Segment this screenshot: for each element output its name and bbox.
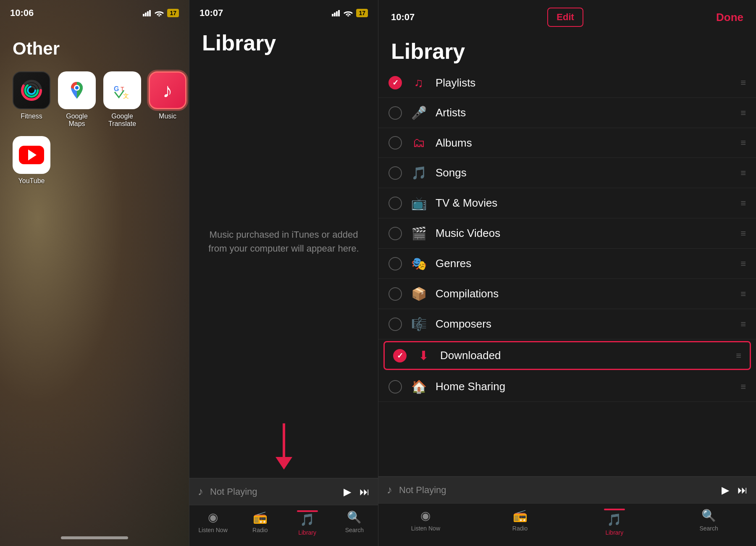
artists-checkbox[interactable] [388, 106, 402, 120]
fitness-app-icon[interactable] [13, 71, 50, 109]
home-status-icons: 17 [143, 9, 179, 17]
battery-icon-mid: 17 [356, 9, 368, 17]
downloaded-checkbox[interactable] [393, 349, 407, 362]
np-text-edit: Not Playing [399, 485, 715, 496]
library-item-songs[interactable]: 🎵 Songs ≡ [378, 158, 756, 188]
tab-library-edit[interactable]: 🎵 Library [567, 509, 662, 536]
app-item-fitness[interactable]: Fitness [13, 71, 50, 128]
library-item-downloaded[interactable]: ⬇ Downloaded ≡ [383, 341, 751, 370]
np-music-icon-mid: ♪ [198, 485, 203, 498]
edit-tab-bar: ◉ Listen Now 📻 Radio 🎵 Library 🔍 Search [378, 503, 756, 546]
home-status-bar: 10:06 17 [0, 0, 189, 22]
library-item-artists[interactable]: 🎤 Artists ≡ [378, 98, 756, 128]
playlists-drag-handle[interactable]: ≡ [740, 77, 746, 88]
library-icon-edit: 🎵 [607, 513, 622, 527]
music-videos-icon: 🎬 [410, 226, 427, 241]
music-videos-checkbox[interactable] [388, 227, 402, 240]
folder-label: Other [13, 39, 176, 59]
albums-drag-handle[interactable]: ≡ [740, 137, 746, 148]
music-app-label: Music [159, 113, 176, 120]
youtube-app-icon[interactable] [13, 136, 50, 174]
music-videos-drag-handle[interactable]: ≡ [740, 228, 746, 239]
library-item-music-videos[interactable]: 🎬 Music Videos ≡ [378, 218, 756, 249]
svg-rect-19 [338, 10, 340, 16]
songs-checkbox[interactable] [388, 166, 402, 180]
composers-drag-handle[interactable]: ≡ [740, 319, 746, 330]
library-item-tv-movies[interactable]: 📺 TV & Movies ≡ [378, 188, 756, 218]
library-middle-now-playing[interactable]: ♪ Not Playing ▶ ⏭ [189, 478, 378, 505]
app-item-music[interactable]: ♪ Music [149, 71, 186, 128]
gmaps-app-icon[interactable] [58, 71, 96, 109]
songs-icon: 🎵 [410, 165, 427, 180]
play-button-edit[interactable]: ▶ [722, 484, 729, 496]
genres-label: Genres [436, 257, 732, 270]
artists-label: Artists [436, 106, 732, 119]
tab-search-mid[interactable]: 🔍 Search [331, 510, 378, 536]
composers-icon: 🎼 [410, 317, 427, 331]
youtube-app-label: YouTube [18, 177, 45, 185]
composers-checkbox[interactable] [388, 318, 402, 331]
library-middle-panel: 10:07 17 Library Music purchased in iTun… [189, 0, 378, 546]
genres-drag-handle[interactable]: ≡ [740, 258, 746, 269]
forward-button-mid[interactable]: ⏭ [360, 486, 370, 498]
library-item-composers[interactable]: 🎼 Composers ≡ [378, 309, 756, 339]
edit-now-playing-bar[interactable]: ♪ Not Playing ▶ ⏭ [378, 476, 756, 503]
gtranslate-app-label: Google Translate [103, 113, 141, 128]
compilations-drag-handle[interactable]: ≡ [740, 289, 746, 299]
fitness-app-label: Fitness [21, 113, 42, 120]
home-sharing-drag-handle[interactable]: ≡ [740, 381, 746, 392]
search-icon-edit: 🔍 [701, 509, 716, 522]
app-item-youtube[interactable]: YouTube [13, 136, 50, 185]
library-middle-time: 10:07 [200, 8, 223, 18]
library-item-genres[interactable]: 🎭 Genres ≡ [378, 249, 756, 279]
downloaded-label: Downloaded [440, 349, 727, 362]
tv-movies-drag-handle[interactable]: ≡ [740, 198, 746, 209]
library-edit-list: ♫ Playlists ≡ 🎤 Artists ≡ 🗂 Albums ≡ 🎵 S… [378, 68, 756, 476]
gtranslate-icon: G T 文 [110, 79, 134, 102]
tab-search-edit[interactable]: 🔍 Search [662, 509, 756, 536]
edit-button[interactable]: Edit [547, 8, 583, 27]
songs-drag-handle[interactable]: ≡ [740, 168, 746, 178]
home-sharing-checkbox[interactable] [388, 380, 402, 394]
tab-radio-edit[interactable]: 📻 Radio [473, 509, 567, 536]
done-button[interactable]: Done [716, 11, 743, 24]
tv-movies-checkbox[interactable] [388, 197, 402, 210]
wifi-icon [155, 10, 164, 16]
tab-listen-now-edit[interactable]: ◉ Listen Now [378, 509, 473, 536]
radio-icon-edit: 📻 [513, 509, 528, 522]
svg-rect-0 [143, 14, 144, 16]
music-app-icon[interactable]: ♪ [149, 71, 186, 109]
app-grid: Fitness Google Maps [13, 71, 176, 185]
library-item-compilations[interactable]: 📦 Compilations ≡ [378, 279, 756, 309]
home-content: Other Fitness [0, 22, 189, 185]
tab-library-mid[interactable]: 🎵 Library [284, 510, 331, 536]
compilations-checkbox[interactable] [388, 287, 402, 301]
listen-now-icon-mid: ◉ [208, 510, 218, 524]
downloaded-drag-handle[interactable]: ≡ [736, 350, 741, 361]
playlists-checkbox[interactable] [388, 76, 402, 89]
np-music-icon-edit: ♪ [387, 483, 392, 496]
svg-rect-17 [334, 13, 336, 16]
artists-drag-handle[interactable]: ≡ [740, 108, 746, 118]
library-item-albums[interactable]: 🗂 Albums ≡ [378, 128, 756, 158]
svg-text:G: G [114, 85, 119, 92]
playlists-label: Playlists [436, 76, 732, 89]
signal-icon [143, 10, 151, 16]
tab-listen-now-mid[interactable]: ◉ Listen Now [189, 510, 236, 536]
library-item-home-sharing[interactable]: 🏠 Home Sharing ≡ [378, 372, 756, 402]
tab-radio-mid[interactable]: 📻 Radio [236, 510, 284, 536]
gtranslate-app-icon[interactable]: G T 文 [103, 71, 141, 109]
forward-button-edit[interactable]: ⏭ [738, 484, 748, 496]
genres-checkbox[interactable] [388, 257, 402, 270]
home-sharing-icon: 🏠 [410, 379, 427, 394]
app-item-gmaps[interactable]: Google Maps [58, 71, 96, 128]
edit-time: 10:07 [391, 12, 415, 23]
app-item-gtranslate[interactable]: G T 文 Google Translate [103, 71, 141, 128]
play-button-mid[interactable]: ▶ [344, 486, 351, 498]
compilations-icon: 📦 [410, 286, 427, 301]
library-item-playlists[interactable]: ♫ Playlists ≡ [378, 68, 756, 98]
listen-now-icon-edit: ◉ [420, 509, 430, 522]
albums-checkbox[interactable] [388, 136, 402, 150]
home-time: 10:06 [10, 8, 34, 18]
library-middle-tab-bar: ◉ Listen Now 📻 Radio 🎵 Library 🔍 Search [189, 505, 378, 546]
